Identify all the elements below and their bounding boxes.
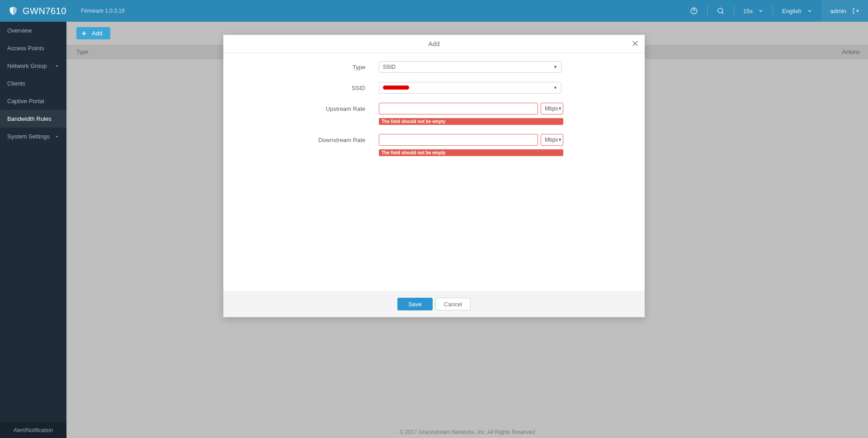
modal-overlay[interactable] [0,0,868,22]
